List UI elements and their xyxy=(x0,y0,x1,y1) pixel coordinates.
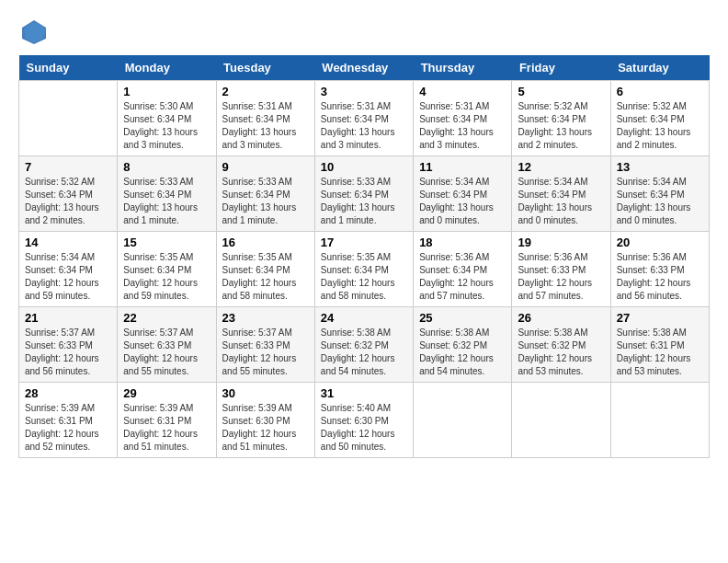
day-number: 4 xyxy=(419,85,506,98)
calendar-cell: 26Sunrise: 5:38 AMSunset: 6:32 PMDayligh… xyxy=(512,307,610,383)
day-info: Sunrise: 5:33 AMSunset: 6:34 PMDaylight:… xyxy=(123,176,210,227)
logo xyxy=(18,18,48,46)
calendar-cell xyxy=(19,81,118,156)
day-info: Sunrise: 5:34 AMSunset: 6:34 PMDaylight:… xyxy=(617,176,703,227)
day-info: Sunrise: 5:39 AMSunset: 6:30 PMDaylight:… xyxy=(222,402,309,454)
calendar-cell: 12Sunrise: 5:34 AMSunset: 6:34 PMDayligh… xyxy=(512,156,610,232)
day-number: 14 xyxy=(25,236,111,249)
header-day-friday: Friday xyxy=(512,55,610,81)
day-info: Sunrise: 5:35 AMSunset: 6:34 PMDaylight:… xyxy=(222,251,309,303)
day-info: Sunrise: 5:35 AMSunset: 6:34 PMDaylight:… xyxy=(123,251,210,303)
calendar-cell: 9Sunrise: 5:33 AMSunset: 6:34 PMDaylight… xyxy=(216,156,314,232)
day-info: Sunrise: 5:40 AMSunset: 6:30 PMDaylight:… xyxy=(321,402,407,454)
header-day-sunday: Sunday xyxy=(19,55,118,81)
header-day-saturday: Saturday xyxy=(610,55,709,81)
calendar-cell: 5Sunrise: 5:32 AMSunset: 6:34 PMDaylight… xyxy=(512,81,610,156)
logo-icon xyxy=(20,18,48,46)
calendar-week-row: 21Sunrise: 5:37 AMSunset: 6:33 PMDayligh… xyxy=(19,307,710,383)
calendar-week-row: 28Sunrise: 5:39 AMSunset: 6:31 PMDayligh… xyxy=(19,383,710,458)
day-info: Sunrise: 5:33 AMSunset: 6:34 PMDaylight:… xyxy=(321,176,407,227)
day-number: 16 xyxy=(222,236,309,249)
page-header xyxy=(18,18,710,46)
calendar-cell xyxy=(610,383,709,458)
day-info: Sunrise: 5:37 AMSunset: 6:33 PMDaylight:… xyxy=(123,327,210,378)
day-number: 9 xyxy=(222,160,309,174)
calendar-table: SundayMondayTuesdayWednesdayThursdayFrid… xyxy=(18,55,710,458)
day-info: Sunrise: 5:39 AMSunset: 6:31 PMDaylight:… xyxy=(123,402,210,454)
calendar-cell: 19Sunrise: 5:36 AMSunset: 6:33 PMDayligh… xyxy=(512,232,610,307)
calendar-cell: 30Sunrise: 5:39 AMSunset: 6:30 PMDayligh… xyxy=(216,383,314,458)
day-info: Sunrise: 5:31 AMSunset: 6:34 PMDaylight:… xyxy=(222,100,309,152)
day-number: 29 xyxy=(123,386,210,400)
day-number: 18 xyxy=(419,236,506,249)
calendar-cell: 22Sunrise: 5:37 AMSunset: 6:33 PMDayligh… xyxy=(118,307,216,383)
calendar-cell: 7Sunrise: 5:32 AMSunset: 6:34 PMDaylight… xyxy=(19,156,118,232)
day-info: Sunrise: 5:32 AMSunset: 6:34 PMDaylight:… xyxy=(25,176,111,227)
day-number: 20 xyxy=(617,236,703,249)
day-number: 8 xyxy=(123,160,210,174)
day-number: 27 xyxy=(617,311,703,325)
calendar-cell: 28Sunrise: 5:39 AMSunset: 6:31 PMDayligh… xyxy=(19,383,118,458)
calendar-cell: 18Sunrise: 5:36 AMSunset: 6:34 PMDayligh… xyxy=(414,232,512,307)
day-info: Sunrise: 5:34 AMSunset: 6:34 PMDaylight:… xyxy=(25,251,111,303)
day-number: 2 xyxy=(222,85,309,98)
day-number: 21 xyxy=(25,311,111,325)
day-info: Sunrise: 5:37 AMSunset: 6:33 PMDaylight:… xyxy=(25,327,111,378)
day-number: 17 xyxy=(321,236,407,249)
day-info: Sunrise: 5:30 AMSunset: 6:34 PMDaylight:… xyxy=(123,100,210,152)
day-info: Sunrise: 5:38 AMSunset: 6:31 PMDaylight:… xyxy=(617,327,703,378)
day-number: 15 xyxy=(123,236,210,249)
day-info: Sunrise: 5:36 AMSunset: 6:33 PMDaylight:… xyxy=(518,251,604,303)
calendar-cell: 14Sunrise: 5:34 AMSunset: 6:34 PMDayligh… xyxy=(19,232,118,307)
day-number: 30 xyxy=(222,386,309,400)
day-info: Sunrise: 5:38 AMSunset: 6:32 PMDaylight:… xyxy=(321,327,407,378)
calendar-cell: 20Sunrise: 5:36 AMSunset: 6:33 PMDayligh… xyxy=(610,232,709,307)
calendar-cell: 4Sunrise: 5:31 AMSunset: 6:34 PMDaylight… xyxy=(414,81,512,156)
day-number: 25 xyxy=(419,311,506,325)
day-info: Sunrise: 5:31 AMSunset: 6:34 PMDaylight:… xyxy=(321,100,407,152)
day-number: 23 xyxy=(222,311,309,325)
day-number: 19 xyxy=(518,236,604,249)
calendar-cell: 6Sunrise: 5:32 AMSunset: 6:34 PMDaylight… xyxy=(610,81,709,156)
header-day-thursday: Thursday xyxy=(414,55,512,81)
day-number: 22 xyxy=(123,311,210,325)
calendar-cell: 15Sunrise: 5:35 AMSunset: 6:34 PMDayligh… xyxy=(118,232,216,307)
calendar-cell: 11Sunrise: 5:34 AMSunset: 6:34 PMDayligh… xyxy=(414,156,512,232)
header-day-tuesday: Tuesday xyxy=(216,55,314,81)
day-info: Sunrise: 5:38 AMSunset: 6:32 PMDaylight:… xyxy=(419,327,506,378)
calendar-cell xyxy=(512,383,610,458)
day-info: Sunrise: 5:39 AMSunset: 6:31 PMDaylight:… xyxy=(25,402,111,454)
day-info: Sunrise: 5:35 AMSunset: 6:34 PMDaylight:… xyxy=(321,251,407,303)
header-day-wednesday: Wednesday xyxy=(314,55,413,81)
calendar-week-row: 14Sunrise: 5:34 AMSunset: 6:34 PMDayligh… xyxy=(19,232,710,307)
day-info: Sunrise: 5:33 AMSunset: 6:34 PMDaylight:… xyxy=(222,176,309,227)
day-number: 1 xyxy=(123,85,210,98)
day-number: 10 xyxy=(321,160,407,174)
calendar-cell xyxy=(414,383,512,458)
calendar-header-row: SundayMondayTuesdayWednesdayThursdayFrid… xyxy=(19,55,710,81)
header-day-monday: Monday xyxy=(118,55,216,81)
calendar-cell: 2Sunrise: 5:31 AMSunset: 6:34 PMDaylight… xyxy=(216,81,314,156)
day-number: 13 xyxy=(617,160,703,174)
calendar-cell: 3Sunrise: 5:31 AMSunset: 6:34 PMDaylight… xyxy=(314,81,413,156)
day-number: 12 xyxy=(518,160,604,174)
day-info: Sunrise: 5:36 AMSunset: 6:33 PMDaylight:… xyxy=(617,251,703,303)
calendar-cell: 31Sunrise: 5:40 AMSunset: 6:30 PMDayligh… xyxy=(314,383,413,458)
day-info: Sunrise: 5:34 AMSunset: 6:34 PMDaylight:… xyxy=(518,176,604,227)
day-info: Sunrise: 5:32 AMSunset: 6:34 PMDaylight:… xyxy=(617,100,703,152)
day-info: Sunrise: 5:37 AMSunset: 6:33 PMDaylight:… xyxy=(222,327,309,378)
day-number: 6 xyxy=(617,85,703,98)
day-number: 28 xyxy=(25,386,111,400)
day-info: Sunrise: 5:34 AMSunset: 6:34 PMDaylight:… xyxy=(419,176,506,227)
calendar-cell: 27Sunrise: 5:38 AMSunset: 6:31 PMDayligh… xyxy=(610,307,709,383)
calendar-week-row: 1Sunrise: 5:30 AMSunset: 6:34 PMDaylight… xyxy=(19,81,710,156)
calendar-cell: 25Sunrise: 5:38 AMSunset: 6:32 PMDayligh… xyxy=(414,307,512,383)
day-number: 31 xyxy=(321,386,407,400)
calendar-cell: 29Sunrise: 5:39 AMSunset: 6:31 PMDayligh… xyxy=(118,383,216,458)
calendar-cell: 13Sunrise: 5:34 AMSunset: 6:34 PMDayligh… xyxy=(610,156,709,232)
day-number: 24 xyxy=(321,311,407,325)
day-number: 11 xyxy=(419,160,506,174)
calendar-cell: 23Sunrise: 5:37 AMSunset: 6:33 PMDayligh… xyxy=(216,307,314,383)
calendar-week-row: 7Sunrise: 5:32 AMSunset: 6:34 PMDaylight… xyxy=(19,156,710,232)
day-number: 26 xyxy=(518,311,604,325)
